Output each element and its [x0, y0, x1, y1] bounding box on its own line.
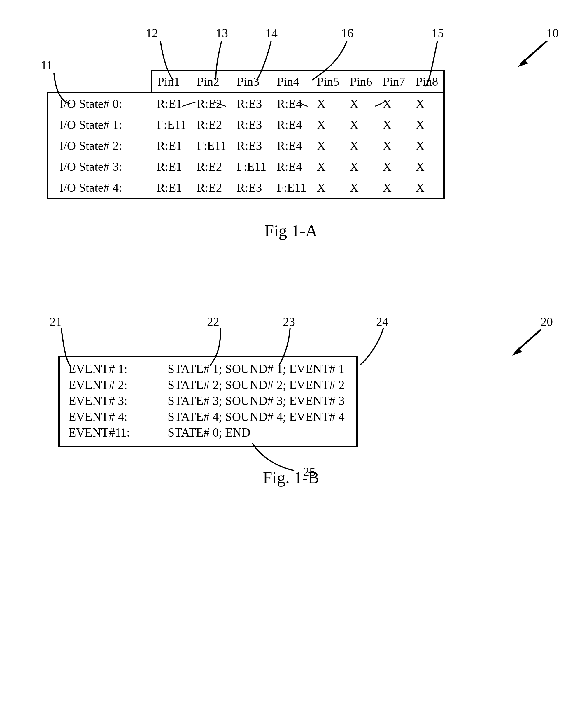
event-value: STATE# 1; SOUND# 1; EVENT# 1 — [168, 361, 345, 377]
cell: R:E1 — [152, 135, 192, 156]
event-value: STATE# 0; END — [168, 425, 251, 441]
cell: F:E11 — [231, 156, 272, 177]
cell: X — [345, 177, 378, 199]
col-pin4: Pin4 — [277, 75, 299, 88]
cell: X — [378, 135, 410, 156]
figure-1a: 10 12 13 14 16 15 11 Pin1 Pin2 Pin3 — [12, 18, 570, 309]
cell: X — [410, 114, 444, 135]
cell: X — [345, 93, 378, 114]
cell: X — [312, 177, 345, 199]
cell: F:E11 — [272, 177, 311, 199]
ref-13: 13 — [216, 26, 228, 40]
cell: R:E3 — [231, 177, 272, 199]
event-row: EVENT#11:STATE# 0; END — [69, 425, 345, 441]
cell: X — [410, 93, 444, 114]
event-value: STATE# 2; SOUND# 2; EVENT# 2 — [168, 377, 345, 393]
table-row: I/O State# 0:R:E1R:E2R:E3R:E4XXXX — [47, 93, 444, 114]
ref-25: 25 — [303, 465, 315, 479]
event-label: EVENT# 2: — [69, 377, 168, 393]
row-label: I/O State# 0: — [47, 93, 152, 114]
table-row: I/O State# 1:F:E11R:E2R:E3R:E4XXXX — [47, 114, 444, 135]
cell: R:E4 — [272, 156, 311, 177]
cell: X — [345, 114, 378, 135]
cell: X — [378, 177, 410, 199]
cell: R:E1 — [152, 177, 192, 199]
row-label: I/O State# 3: — [47, 156, 152, 177]
cell: X — [378, 114, 410, 135]
col-pin7: Pin7 — [383, 75, 405, 88]
event-table: EVENT# 1:STATE# 1; SOUND# 1; EVENT# 1EVE… — [58, 356, 358, 447]
cell: X — [378, 93, 410, 114]
ref-10: 10 — [547, 26, 559, 40]
arrow-icon — [512, 329, 544, 356]
cell: X — [410, 177, 444, 199]
ref-24: 24 — [376, 315, 388, 329]
col-pin2: Pin2 — [197, 75, 219, 88]
col-pin5: Pin5 — [317, 75, 339, 88]
cell: X — [410, 156, 444, 177]
ref-21: 21 — [50, 315, 62, 329]
table-row: I/O State# 2:R:E1F:E11R:E3R:E4XXXX — [47, 135, 444, 156]
cell: R:E1 — [152, 93, 192, 114]
event-value: STATE# 4; SOUND# 4; EVENT# 4 — [168, 409, 345, 425]
event-value: STATE# 3; SOUND# 3; EVENT# 3 — [168, 393, 345, 409]
cell: R:E1 — [152, 156, 192, 177]
col-pin1: Pin1 — [157, 75, 180, 88]
row-label: I/O State# 2: — [47, 135, 152, 156]
event-row: EVENT# 3:STATE# 3; SOUND# 3; EVENT# 3 — [69, 393, 345, 409]
cell: R:E4 — [272, 93, 311, 114]
event-label: EVENT# 4: — [69, 409, 168, 425]
ref-12: 12 — [146, 26, 158, 40]
cell: R:E2 — [192, 93, 231, 114]
figure-1b: 20 21 22 23 24 25 EVENT# 1:STATE# 1; SOU… — [12, 309, 570, 571]
ref-15: 15 — [432, 26, 444, 40]
event-label: EVENT# 1: — [69, 361, 168, 377]
table-row: I/O State# 3:R:E1R:E2F:E11R:E4XXXX — [47, 156, 444, 177]
cell: F:E11 — [152, 114, 192, 135]
cell: X — [378, 156, 410, 177]
cell: X — [345, 135, 378, 156]
cell: R:E3 — [231, 135, 272, 156]
cell: X — [312, 156, 345, 177]
event-row: EVENT# 1:STATE# 1; SOUND# 1; EVENT# 1 — [69, 361, 345, 377]
ref-23: 23 — [283, 315, 295, 329]
cell: R:E2 — [192, 177, 231, 199]
ref-14: 14 — [265, 26, 278, 40]
cell: R:E4 — [272, 114, 311, 135]
cell: X — [312, 114, 345, 135]
arrow-icon — [518, 41, 550, 67]
cell: R:E2 — [192, 156, 231, 177]
table-row: I/O State# 4:R:E1R:E2R:E3F:E11XXXX — [47, 177, 444, 199]
cell: R:E2 — [192, 114, 231, 135]
event-row: EVENT# 4:STATE# 4; SOUND# 4; EVENT# 4 — [69, 409, 345, 425]
cell: F:E11 — [192, 135, 231, 156]
col-pin8: Pin8 — [416, 75, 438, 88]
cell: R:E4 — [272, 135, 311, 156]
cell: R:E3 — [231, 93, 272, 114]
row-label: I/O State# 4: — [47, 177, 152, 199]
cell: X — [345, 156, 378, 177]
cell: X — [410, 135, 444, 156]
cell: R:E3 — [231, 114, 272, 135]
col-pin3: Pin3 — [237, 75, 259, 88]
ref-11: 11 — [41, 58, 52, 72]
row-label: I/O State# 1: — [47, 114, 152, 135]
figure-1b-caption: Fig. 1-B — [12, 468, 570, 487]
event-label: EVENT# 3: — [69, 393, 168, 409]
ref-22: 22 — [207, 315, 219, 329]
cell: X — [312, 135, 345, 156]
event-label: EVENT#11: — [69, 425, 168, 441]
figure-1a-caption: Fig 1-A — [12, 221, 570, 240]
ref-20: 20 — [540, 315, 553, 329]
ref-16: 16 — [341, 26, 353, 40]
event-row: EVENT# 2:STATE# 2; SOUND# 2; EVENT# 2 — [69, 377, 345, 393]
cell: X — [312, 93, 345, 114]
col-pin6: Pin6 — [350, 75, 372, 88]
io-state-table: Pin1 Pin2 Pin3 Pin4 Pin5 Pin6 Pin7 Pin8 … — [47, 70, 445, 199]
